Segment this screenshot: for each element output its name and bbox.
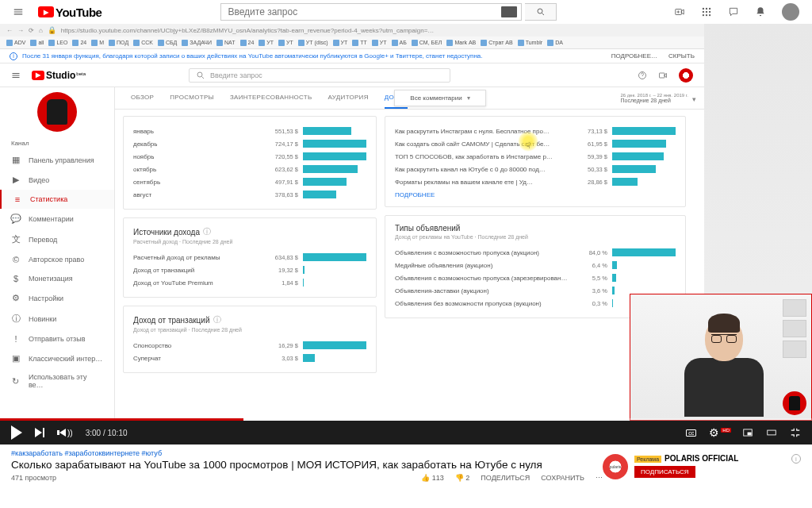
forward-icon: →	[17, 27, 24, 34]
create-icon[interactable]	[674, 6, 685, 17]
miniplayer-button[interactable]	[742, 427, 753, 438]
help-icon: ⓘ	[213, 314, 221, 325]
bookmark-item: LEO	[48, 40, 67, 46]
data-row: Доход от YouTube Premium1,84 $	[133, 276, 366, 289]
studio-sidebar: Канал ▦Панель управления▶Видео≡Статистик…	[0, 87, 115, 421]
messages-icon[interactable]	[728, 6, 739, 17]
data-row: август378,63 $	[133, 188, 366, 201]
panel-subtitle: Доход от рекламы на YouTube · Последние …	[395, 234, 676, 240]
video-hashtags[interactable]: #какзаработать #заработоквинтернете #юту…	[11, 449, 603, 457]
info-banner: i После 31 января функция, благодаря кот…	[0, 49, 704, 64]
sidebar-icon: 💬	[11, 214, 21, 224]
ad-info-icon[interactable]: i	[791, 454, 801, 464]
bookmark-item: СМ, БЕЛ	[412, 40, 442, 46]
panel-title: Типы объявлений	[395, 224, 676, 233]
bookmark-item: all	[30, 40, 44, 46]
bookmark-item: Страт АВ	[481, 40, 512, 46]
sidebar-icon: ▦	[11, 155, 21, 165]
data-row: ноябрь720,55 $	[133, 150, 366, 163]
browser-bookmarks-bar: ADVallLEO24МПОДCCKСБДЗАДАЧИNAT24УТУТУТ (…	[0, 37, 704, 49]
data-row: Как раскрутить Инстаграм с нуля. Бесплат…	[395, 125, 676, 137]
chevron-down-icon: ▾	[467, 94, 470, 102]
advertiser-logo[interactable]: polaris	[603, 454, 628, 479]
sidebar-item-label: Настройки	[29, 294, 63, 302]
sidebar-item-label: Перевод	[29, 236, 57, 244]
subscribe-button[interactable]: ПОДПИСАТЬСЯ	[634, 466, 695, 478]
data-row: Как раскрутить канал на Ютубе с 0 до 800…	[395, 163, 676, 175]
user-avatar[interactable]	[782, 3, 799, 21]
banner-more-link: ПОДРОБНЕЕ…	[611, 52, 657, 60]
data-row: Форматы рекламы на вашем канале ете | Уд…	[395, 175, 676, 188]
studio-avatar	[679, 68, 693, 83]
help-icon: ⓘ	[203, 226, 211, 237]
view-count: 471 просмотр	[11, 474, 56, 482]
bookmark-item: CCK	[133, 40, 153, 46]
panel-title: Доход от транзакций ⓘ	[133, 314, 366, 325]
apps-icon[interactable]	[701, 6, 712, 17]
video-info-section: #какзаработать #заработоквинтернете #юту…	[0, 444, 812, 487]
next-button[interactable]	[35, 428, 44, 437]
svg-point-4	[709, 8, 710, 10]
more-button[interactable]: ⋯	[596, 474, 603, 482]
advertiser-name[interactable]: POLARIS OFFICIAL	[665, 454, 738, 463]
lock-icon: 🔒	[48, 26, 56, 34]
share-button[interactable]: ПОДЕЛИТЬСЯ	[481, 474, 530, 482]
data-row: Объявления с возможностью пропуска (аукц…	[395, 246, 676, 259]
search-button[interactable]	[525, 3, 557, 21]
banner-text: После 31 января функция, благодаря котор…	[22, 52, 483, 60]
svg-point-5	[703, 11, 704, 13]
data-row: Спонсорство16,29 $	[133, 339, 366, 352]
video-player: ← → ⟳ ⌂ 🔒 https://studio.youtube.com/cha…	[0, 24, 812, 444]
search-input[interactable]	[220, 3, 522, 21]
panel-title: Источники дохода ⓘ	[133, 226, 366, 237]
studio-main: ОБЗОРПРОСМОТРЫЗАИНТЕРЕСОВАННОСТЬАУДИТОРИ…	[115, 87, 704, 421]
fullscreen-exit-button[interactable]	[790, 427, 801, 438]
sidebar-item-label: Статистика	[30, 195, 67, 203]
date-range-picker: 26 дек. 2018 г. – 22 янв. 2019 г. Послед…	[620, 93, 688, 103]
settings-button[interactable]: ⚙HD	[709, 426, 730, 439]
menu-icon[interactable]	[13, 6, 24, 17]
subtitles-button[interactable]: cc	[686, 429, 696, 437]
transactions-panel: Доход от транзакций ⓘДоход от транзакций…	[123, 306, 377, 373]
data-row: Медийные объявления (аукцион)6,4 %	[395, 259, 676, 271]
sidebar-item-label: Видео	[29, 176, 49, 184]
bookmark-item: УТ	[372, 40, 387, 46]
bookmark-item: NAT	[216, 40, 235, 46]
reload-icon: ⟳	[29, 27, 34, 34]
sidebar-icon: !	[11, 334, 21, 344]
svg-rect-13	[660, 73, 665, 78]
panel-subtitle: Доход от транзакций · Последние 28 дней	[133, 327, 366, 333]
sidebar-icon: ⚙	[11, 293, 21, 303]
notifications-icon[interactable]	[755, 6, 766, 17]
bookmark-item: DA	[547, 40, 563, 46]
search-icon	[196, 71, 205, 80]
sidebar-icon: ▣	[11, 353, 21, 364]
dislike-button[interactable]: 👎 2	[455, 474, 470, 482]
keyboard-icon[interactable]	[501, 6, 517, 17]
sidebar-item: $Монетизация	[0, 269, 114, 288]
bookmark-item: TT	[352, 40, 367, 46]
revenue-sources-panel: Источники дохода ⓘРасчетный доход · Посл…	[123, 217, 377, 298]
chevron-down-icon: ▾	[692, 95, 696, 103]
theater-button[interactable]	[766, 427, 777, 438]
play-button[interactable]	[11, 425, 22, 440]
volume-button[interactable]: ))	[57, 429, 73, 437]
create-icon	[658, 71, 668, 80]
like-button[interactable]: 👍 113	[421, 474, 444, 482]
youtube-logo[interactable]: ▶ YouTube	[38, 6, 102, 19]
sidebar-section-label: Канал	[0, 137, 114, 150]
bookmark-item: АБ	[392, 40, 407, 46]
sidebar-icon: ▶	[11, 175, 21, 185]
search-icon	[536, 7, 546, 17]
data-row: январь551,53 $	[133, 125, 366, 137]
bookmark-item: Tumblr	[518, 40, 543, 46]
svg-rect-15	[748, 433, 751, 435]
bookmark-item: 24	[72, 40, 86, 46]
sidebar-item: ⓘНовинки	[0, 308, 114, 329]
save-button[interactable]: СОХРАНИТЬ	[541, 474, 584, 482]
svg-point-9	[706, 14, 707, 16]
sidebar-item: ≡Статистика	[0, 190, 114, 209]
player-time: 3:00 / 10:10	[86, 429, 128, 437]
svg-point-8	[703, 14, 704, 16]
top-videos-panel: Как раскрутить Инстаграм с нуля. Бесплат…	[385, 116, 686, 207]
